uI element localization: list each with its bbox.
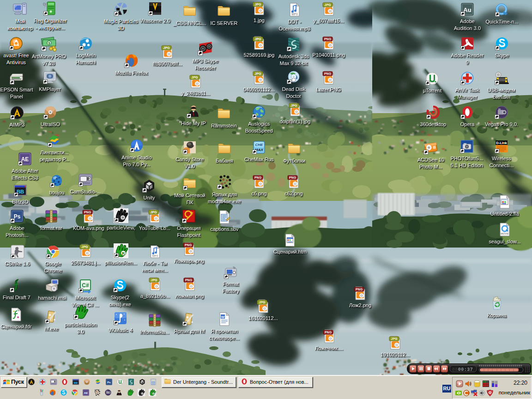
svg-text:88: 88 <box>452 367 458 372</box>
svg-text:00:37: 00:37 <box>458 367 473 372</box>
